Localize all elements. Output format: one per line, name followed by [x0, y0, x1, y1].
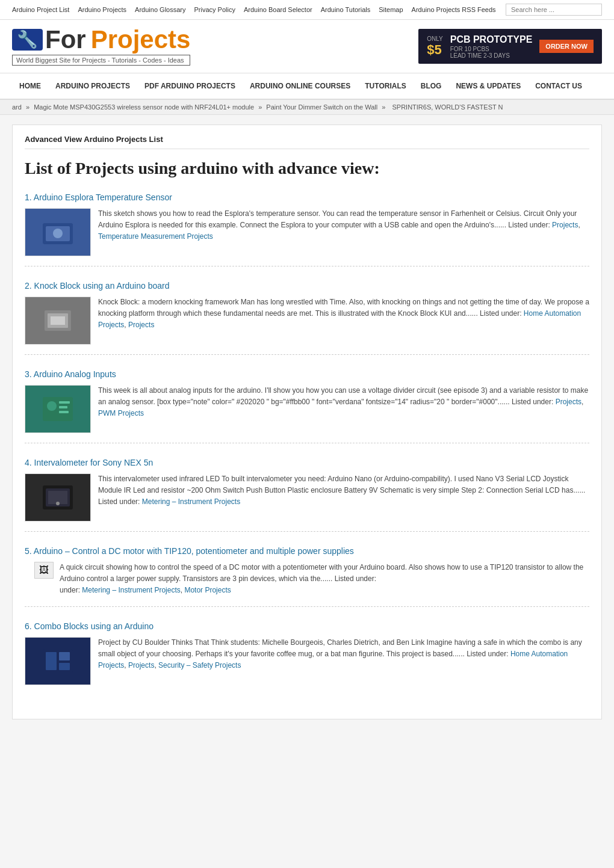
logo-area: 🔧 For Projects World Biggest Site for Pr…: [12, 27, 190, 66]
project-3-link-1[interactable]: PWM Projects: [98, 409, 144, 417]
svg-point-14: [56, 502, 60, 505]
project-item-2: 2. Knock Block using an Arduino board Kn…: [25, 281, 589, 355]
project-1-title[interactable]: 1. Arduino Esplora Temperature Sensor: [25, 192, 589, 202]
project-4-title[interactable]: 4. Intervalometer for Sony NEX 5n: [25, 458, 589, 467]
project-2-body: Knock Block: a modern knocking framework…: [25, 297, 589, 345]
mainnav-home[interactable]: HOME: [12, 73, 48, 99]
project-1-link-1[interactable]: Temperature Measurement Projects: [98, 232, 213, 241]
mainnav-blog[interactable]: BLOG: [414, 73, 449, 99]
svg-rect-17: [59, 652, 70, 660]
project-6-thumb: [25, 637, 91, 685]
banner-price: ONLY $5: [427, 35, 443, 58]
logo-title: 🔧 For Projects: [12, 27, 190, 52]
logo-projects: Projects: [91, 27, 191, 52]
mainnav-tutorials[interactable]: TUTORIALS: [358, 73, 413, 99]
project-2-title[interactable]: 2. Knock Block using an Arduino board: [25, 281, 589, 291]
mainnav-arduino-projects[interactable]: ARDUINO PROJECTS: [48, 73, 137, 99]
topnav-link-2[interactable]: Arduino Glossary: [135, 6, 185, 13]
svg-rect-6: [43, 397, 73, 421]
topnav-link-6[interactable]: Sitemap: [379, 6, 403, 13]
project-4-link-0[interactable]: Metering – Instrument Projects: [142, 497, 240, 506]
project-4-text: This intervalometer used infrared LED To…: [98, 473, 589, 508]
logo-subtitle: World Biggest Site for Projects - Tutori…: [12, 55, 190, 66]
project-item-4: 4. Intervalometer for Sony NEX 5n This i…: [25, 458, 589, 532]
project-1-body: This sketch shows you how to read the Es…: [25, 208, 589, 256]
svg-point-2: [53, 229, 63, 238]
topnav-link-5[interactable]: Arduino Tutorials: [321, 6, 371, 13]
mainnav-contact[interactable]: CONTACT US: [528, 73, 589, 99]
svg-rect-9: [59, 406, 67, 408]
topnav-link-3[interactable]: Privacy Policy: [194, 6, 235, 13]
breadcrumb-last: SPRINTIR6S, WORLD'S FASTEST N: [392, 103, 503, 111]
banner-only: ONLY: [427, 35, 443, 42]
breadcrumb-link-0[interactable]: ard: [12, 103, 22, 111]
logo-for: For: [45, 27, 86, 52]
mainnav-news[interactable]: NEWS & UPDATES: [448, 73, 528, 99]
topnav-link-1[interactable]: Arduino Projects: [78, 6, 126, 13]
breadcrumb-sep-1: »: [258, 103, 264, 111]
project-item-6: 6. Combo Blocks using an Arduino Project…: [25, 621, 589, 695]
breadcrumb-sep-2: »: [382, 103, 387, 111]
project-6-link-1[interactable]: Projects: [128, 661, 154, 669]
project-3-text: This week is all about analog inputs for…: [98, 385, 589, 420]
project-5-link-1[interactable]: Motor Projects: [184, 586, 231, 594]
banner-for-text: FOR 10 PCBS: [450, 46, 533, 52]
project-4-thumb: [25, 473, 91, 522]
page-section-title: Advanced View Arduino Projects List: [25, 135, 589, 149]
svg-rect-5: [51, 316, 65, 325]
project-2-thumb: [25, 297, 91, 345]
banner-info: PCB PROTOTYPE FOR 10 PCBS LEAD TIME 2-3 …: [450, 34, 533, 58]
content-wrapper: Advanced View Arduino Projects List List…: [12, 125, 602, 719]
project-4-body: This intervalometer used infrared LED To…: [25, 473, 589, 522]
project-5-body: 🖼 A quick circuit showing how to control…: [34, 562, 589, 597]
banner-lead-time: LEAD TIME 2-3 DAYS: [450, 52, 533, 59]
project-5-listed: under:: [60, 586, 82, 594]
project-2-link-1[interactable]: Projects: [128, 321, 154, 329]
project-6-body: Project by CU Boulder Thinks That Think …: [25, 637, 589, 685]
project-5-text: A quick circuit showing how to control t…: [60, 562, 589, 597]
mainnav-pdf-arduino[interactable]: PDF ARDUINO PROJECTS: [137, 73, 243, 99]
project-1-text: This sketch shows you how to read the Es…: [98, 208, 589, 243]
project-6-title[interactable]: 6. Combo Blocks using an Arduino: [25, 621, 589, 631]
breadcrumb: ard » Magic Mote MSP430G2553 wireless se…: [0, 100, 614, 115]
svg-rect-16: [46, 652, 57, 670]
search-input[interactable]: [506, 4, 602, 16]
svg-rect-8: [59, 401, 70, 404]
banner-order-button[interactable]: ORDER NOW: [539, 40, 594, 53]
top-nav: Arduino Project List Arduino Projects Ar…: [0, 0, 614, 20]
main-nav: HOME ARDUINO PROJECTS PDF ARDUINO PROJEC…: [0, 73, 614, 100]
mainnav-online-courses[interactable]: ARDUINO ONLINE COURSES: [243, 73, 358, 99]
breadcrumb-link-2[interactable]: Paint Your Dimmer Switch on the Wall: [266, 103, 377, 111]
project-1-link-0[interactable]: Projects: [552, 221, 578, 229]
project-5-link-0[interactable]: Metering – Instrument Projects: [82, 586, 180, 594]
header: 🔧 For Projects World Biggest Site for Pr…: [0, 20, 614, 73]
project-item-5: 5. Arduino – Control a DC motor with TIP…: [25, 546, 589, 607]
project-6-text: Project by CU Boulder Thinks That Think …: [98, 637, 589, 672]
topnav-link-4[interactable]: Arduino Board Selector: [244, 6, 312, 13]
project-3-thumb: [25, 385, 91, 433]
project-item-1: 1. Arduino Esplora Temperature Sensor Th…: [25, 192, 589, 266]
banner-price-value: $5: [427, 42, 443, 58]
project-3-body: This week is all about analog inputs for…: [25, 385, 589, 433]
banner-ad: ONLY $5 PCB PROTOTYPE FOR 10 PCBS LEAD T…: [418, 29, 602, 63]
svg-rect-18: [59, 663, 70, 670]
topnav-link-7[interactable]: Arduino Projects RSS Feeds: [412, 6, 496, 13]
project-3-link-0[interactable]: Projects: [556, 398, 581, 406]
breadcrumb-sep-0: »: [26, 103, 31, 111]
broken-img-icon: 🖼: [39, 565, 49, 576]
breadcrumb-link-1[interactable]: Magic Mote MSP430G2553 wireless sensor n…: [34, 103, 254, 111]
topnav-link-0[interactable]: Arduino Project List: [12, 6, 69, 13]
project-1-thumb: [25, 208, 91, 256]
project-5-title[interactable]: 5. Arduino – Control a DC motor with TIP…: [25, 546, 589, 556]
project-3-title[interactable]: 3. Arduino Analog Inputs: [25, 369, 589, 379]
logo-icon: 🔧: [12, 29, 43, 51]
svg-rect-10: [59, 411, 69, 413]
svg-point-7: [47, 401, 57, 411]
search-box: [506, 4, 602, 16]
banner-pcb-text: PCB PROTOTYPE: [450, 34, 533, 45]
project-2-text: Knock Block: a modern knocking framework…: [98, 297, 589, 331]
project-6-link-2[interactable]: Security – Safety Projects: [158, 661, 241, 669]
top-nav-links: Arduino Project List Arduino Projects Ar…: [12, 6, 496, 13]
project-5-broken-img: 🖼: [34, 562, 54, 579]
page-main-title: List of Projects using arduino with adva…: [25, 159, 589, 178]
